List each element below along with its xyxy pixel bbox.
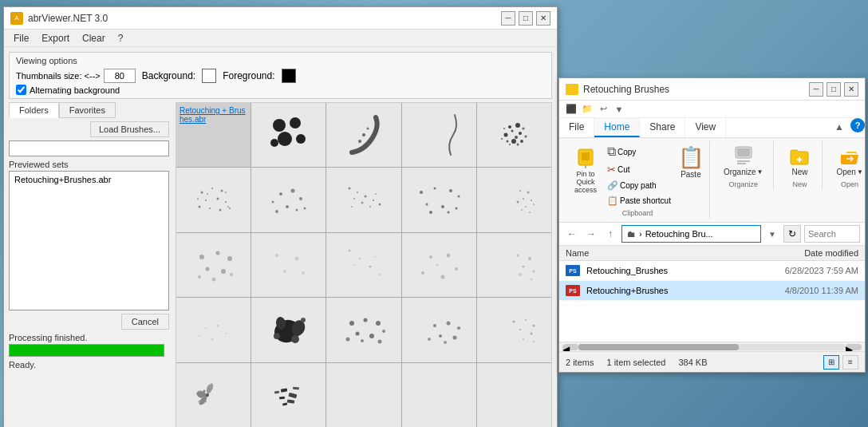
brush-cell-24: [477, 363, 551, 427]
explorer-close-button[interactable]: ✕: [844, 82, 858, 97]
maximize-button[interactable]: □: [519, 11, 533, 26]
background-color-swatch[interactable]: [202, 69, 216, 83]
explorer-maximize-button[interactable]: □: [827, 82, 841, 97]
qat-properties-button[interactable]: ⬛: [564, 102, 578, 117]
pin-to-quick-access-button[interactable]: Pin to Quickaccess: [569, 143, 602, 208]
svg-point-134: [533, 325, 535, 327]
ribbon-tabs: File Home Share View ▲ ?: [559, 118, 865, 138]
paste-shortcut-button[interactable]: ✂ Cut: [604, 162, 674, 177]
ribbon-tab-view[interactable]: View: [685, 118, 726, 137]
explorer-minimize-button[interactable]: ─: [809, 82, 823, 97]
menu-clear[interactable]: Clear: [76, 31, 112, 45]
qat-new-folder-button[interactable]: 📁: [580, 102, 594, 117]
brush-cell-7: [326, 168, 400, 231]
qat-dropdown-button[interactable]: ▼: [612, 102, 626, 117]
brush-cell-13: [402, 233, 476, 297]
previewed-item[interactable]: Retouching+Brushes.abr: [11, 173, 167, 186]
menu-file[interactable]: File: [7, 31, 35, 45]
file-row-0[interactable]: PS Retouching_Brushes 6/28/2023 7:59 AM: [559, 261, 865, 281]
file-icon-0: PS: [566, 264, 582, 277]
copy-path-label: Copy path: [620, 181, 657, 190]
paste-shortcut-icon: 📋: [607, 196, 618, 206]
refresh-button[interactable]: ↻: [783, 225, 801, 243]
ribbon-tab-share[interactable]: Share: [640, 118, 685, 137]
menu-export[interactable]: Export: [35, 31, 76, 45]
paste-button[interactable]: 📋 Paste: [676, 143, 706, 208]
svg-point-99: [517, 254, 519, 256]
ribbon-tab-file[interactable]: File: [559, 118, 594, 137]
viewing-options-panel: Viewing options Thumbnails size: <--> Ba…: [9, 52, 552, 99]
horizontal-scrollbar[interactable]: ◀ ▶: [559, 342, 865, 351]
scroll-right-arrow[interactable]: ▶: [846, 344, 862, 350]
scroll-left-arrow[interactable]: ◀: [562, 344, 578, 350]
brush-cell-12: [326, 233, 400, 297]
svg-point-47: [357, 192, 358, 193]
column-date-modified: Date modified: [747, 248, 858, 258]
alt-bg-checkbox[interactable]: [16, 85, 26, 95]
brush-cell-23: [402, 363, 476, 427]
details-view-button[interactable]: ≡: [842, 355, 858, 370]
help-icon[interactable]: ?: [850, 118, 865, 132]
svg-rect-149: [282, 402, 287, 405]
svg-point-49: [373, 200, 374, 201]
load-brushes-button[interactable]: Load Brushes...: [90, 121, 169, 137]
ribbon-tab-home[interactable]: Home: [594, 118, 640, 137]
svg-point-114: [274, 333, 280, 339]
up-button[interactable]: ↑: [602, 226, 618, 242]
foreground-label: Foreground:: [223, 70, 274, 81]
svg-rect-148: [287, 399, 294, 403]
svg-point-120: [369, 334, 374, 338]
qat-undo-button[interactable]: ↩: [596, 102, 610, 117]
list-view-button[interactable]: ⊞: [823, 355, 839, 370]
foreground-color-swatch[interactable]: [282, 69, 296, 83]
address-bar: ← → ↑ 🖿 › Retouching Bru... ▼ ↻: [559, 223, 865, 246]
file-row-1[interactable]: PS Retouching+Brushes 4/8/2010 11:39 AM: [559, 281, 865, 301]
brush-cell-9: [477, 168, 551, 231]
open-group-label: Open: [841, 180, 858, 188]
close-button[interactable]: ✕: [536, 11, 550, 26]
back-button[interactable]: ←: [564, 226, 580, 242]
menu-help[interactable]: ?: [112, 31, 130, 45]
copy-button[interactable]: ⧉ Copy: [604, 143, 674, 160]
minimize-button[interactable]: ─: [501, 11, 515, 26]
cancel-button[interactable]: Cancel: [121, 314, 169, 330]
thumb-size-input[interactable]: [104, 69, 136, 83]
svg-point-5: [362, 133, 365, 136]
search-box[interactable]: [804, 225, 860, 243]
tab-favorites[interactable]: Favorites: [59, 102, 116, 118]
svg-point-142: [208, 388, 210, 389]
svg-point-7: [358, 140, 361, 143]
tab-folders[interactable]: Folders: [9, 102, 59, 118]
paste-shortcut-small-button[interactable]: 📋 Paste shortcut: [604, 194, 674, 208]
svg-point-26: [220, 189, 223, 192]
svg-point-82: [275, 254, 278, 257]
menu-bar: File Export Clear ?: [4, 30, 557, 47]
svg-point-11: [504, 133, 508, 137]
svg-point-18: [523, 128, 525, 130]
svg-point-89: [379, 274, 381, 275]
scrollbar-thumb[interactable]: [578, 344, 739, 350]
brush-cell-11: [251, 233, 326, 297]
address-expand-button[interactable]: ▼: [764, 226, 780, 242]
svg-point-40: [271, 200, 274, 203]
copy-path-button[interactable]: 🔗 Copy path: [604, 179, 674, 192]
address-input[interactable]: 🖿 › Retouching Bru...: [621, 225, 761, 243]
ribbon-chevron-up[interactable]: ▲: [828, 118, 850, 137]
svg-point-136: [531, 333, 533, 335]
svg-point-141: [200, 396, 202, 397]
brush-file-label: Retouching + Brushes.abr: [180, 106, 247, 124]
svg-point-17: [515, 136, 518, 139]
forward-button[interactable]: →: [583, 226, 599, 242]
new-folder-button[interactable]: New: [783, 143, 815, 179]
pin-label: Pin to Quickaccess: [573, 171, 598, 195]
organize-button[interactable]: Organize ▼: [720, 143, 767, 179]
brush-cell-16: [251, 298, 326, 362]
svg-point-97: [455, 267, 458, 271]
svg-point-35: [225, 192, 227, 193]
open-button[interactable]: Open ▼: [832, 143, 866, 179]
file-name-0: Retouching_Brushes: [586, 266, 747, 275]
search-input[interactable]: [9, 140, 169, 156]
svg-point-21: [509, 144, 511, 145]
svg-point-90: [353, 264, 355, 266]
svg-point-74: [199, 255, 204, 259]
